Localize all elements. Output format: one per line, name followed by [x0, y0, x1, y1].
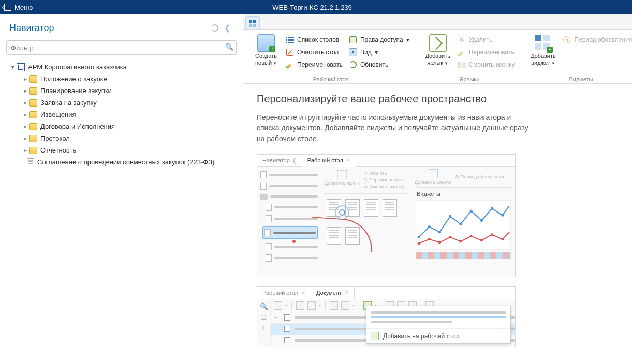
filter-input-wrap: 🔍	[6, 40, 237, 55]
dropdown-caret-icon: ▼	[551, 61, 555, 66]
tree-item-label: Извещения	[40, 111, 76, 118]
tree-item[interactable]: Договора и Исполнения	[2, 120, 241, 132]
dropdown-caret-icon: ▾	[375, 49, 378, 56]
context-menu: Добавить на рабочий стол	[366, 306, 511, 344]
app-node-icon	[17, 63, 25, 71]
svg-point-6	[480, 219, 483, 222]
folder-icon	[29, 99, 37, 107]
tree-item[interactable]: Положение о закупке	[2, 73, 241, 85]
caret-right-icon[interactable]	[22, 88, 29, 94]
context-add-to-desktop[interactable]: Добавить на рабочий стол	[366, 329, 510, 343]
refresh-period-button: Период обновления	[561, 34, 632, 46]
rename-desktop-button[interactable]: Переименовать	[284, 59, 345, 70]
svg-point-15	[480, 239, 483, 241]
menu-icon	[4, 4, 11, 11]
tree-item[interactable]: Заявка на закупку	[2, 97, 241, 109]
tree-item[interactable]: Протокол	[2, 132, 241, 144]
rename-shortcut-button: Переименовать	[455, 47, 517, 58]
desktop-list-button[interactable]: Список столов	[284, 34, 345, 46]
clear-desktop-button[interactable]: Очистить стол	[284, 47, 345, 58]
search-icon: 🔍	[260, 302, 268, 310]
svg-point-9	[418, 242, 420, 245]
svg-point-12	[449, 236, 451, 238]
clock-icon	[563, 36, 571, 44]
title-bar: Меню WEB-Торги-КС 21.2.1.239	[0, 0, 632, 14]
chevron-left-icon: ❮	[224, 23, 231, 33]
swap-icon	[458, 60, 466, 69]
add-to-desktop-icon	[371, 332, 379, 340]
navigator-title: Навигатор	[9, 23, 209, 34]
delete-shortcut-button: Удалить	[455, 34, 517, 46]
tree-leaf-label: Соглашение о проведении совместных закуп…	[37, 158, 214, 166]
svg-point-13	[459, 240, 462, 242]
create-icon	[257, 34, 275, 52]
caret-right-icon[interactable]	[22, 135, 29, 141]
svg-point-7	[491, 207, 493, 210]
tree-root[interactable]: АРМ Корпоративного заказчика	[2, 61, 241, 73]
dropdown-caret-icon: ▼	[444, 61, 448, 66]
svg-point-4	[459, 223, 462, 225]
content-area: Создать новый▼ Список столов Очистить ст…	[243, 14, 632, 364]
dropdown-caret-icon: ▾	[406, 36, 409, 43]
desktop-tab[interactable]	[245, 16, 260, 29]
tree-item-label: Отчетность	[40, 146, 76, 154]
caret-right-icon[interactable]	[22, 76, 29, 82]
illustration-navigator-to-desktop: Навигатор❮ Рабочий стол✕	[257, 154, 516, 277]
view-button[interactable]: Вид▾	[347, 47, 411, 58]
illus-widgets: Добавить виджет ⟳ Период обновления Видж…	[411, 167, 515, 277]
content-tabstrip	[243, 14, 632, 30]
illus-gutter: 🔍 ☰ Σ	[257, 299, 271, 347]
add-shortcut-button[interactable]: Добавить ярлык▼	[422, 33, 453, 68]
ribbon-group-title: Рабочий стол	[313, 74, 349, 82]
access-rights-button[interactable]: Права доступа▾	[347, 34, 411, 46]
caret-right-icon[interactable]	[22, 112, 29, 117]
caret-right-icon[interactable]	[22, 100, 29, 105]
svg-point-5	[470, 210, 473, 213]
caret-right-icon[interactable]	[22, 124, 29, 129]
view-icon	[349, 48, 357, 56]
ribbon-group-title: Виджеты	[569, 74, 593, 82]
ribbon: Создать новый▼ Список столов Очистить ст…	[243, 30, 632, 84]
desktop-grid-icon	[249, 20, 256, 27]
svg-point-3	[449, 215, 451, 218]
tree-item[interactable]: Планирование закупки	[2, 85, 241, 97]
svg-point-14	[470, 235, 473, 237]
ribbon-group-shortcuts: Добавить ярлык▼ Удалить Переименовать См…	[417, 33, 523, 83]
delete-icon	[458, 36, 466, 44]
tree-item[interactable]: Отчетность	[2, 144, 241, 156]
workspace-description: Переносите и группируйте часто используе…	[257, 112, 531, 144]
folder-icon	[29, 135, 37, 142]
tree-item-label: Положение о закупке	[40, 75, 107, 83]
drop-target-icon	[335, 205, 349, 220]
svg-point-8	[501, 214, 504, 217]
collapse-button[interactable]: ❮	[221, 22, 233, 34]
list-icon	[286, 36, 294, 44]
tree-item-label: Протокол	[40, 134, 70, 142]
illus-tab-document: Документ✕	[311, 287, 355, 299]
tree-item-label: Заявка на закупку	[40, 99, 97, 107]
search-icon[interactable]: 🔍	[225, 43, 233, 51]
navigator-panel: Навигатор ❮ 🔍 АРМ Корпоративного заказчи…	[0, 14, 243, 364]
refresh-button[interactable]	[209, 22, 221, 34]
tree-item-label: Договора и Исполнения	[40, 123, 115, 130]
ribbon-group-desktop: Создать новый▼ Список столов Очистить ст…	[245, 33, 417, 83]
add-widget-button[interactable]: Добавить виджет▼	[527, 33, 558, 68]
create-desktop-button[interactable]: Создать новый▼	[251, 33, 282, 68]
change-icon-button: Сменить иконку	[455, 59, 517, 70]
filter-input[interactable]	[6, 40, 237, 55]
folder-icon	[29, 111, 37, 118]
shortcut-icon	[429, 34, 447, 52]
ribbon-group-widgets: Добавить виджет▼ Период обновления Видже…	[522, 33, 632, 83]
close-icon: ✕	[346, 157, 350, 163]
tree-leaf[interactable]: Соглашение о проведении совместных закуп…	[2, 156, 241, 168]
illus-tab-nav: Навигатор❮	[257, 155, 302, 166]
caret-right-icon[interactable]	[22, 147, 29, 153]
svg-point-11	[438, 241, 441, 244]
folder-icon	[29, 147, 37, 154]
caret-down-icon[interactable]	[9, 64, 17, 70]
svg-point-1	[428, 225, 431, 228]
dropdown-caret-icon: ▼	[273, 61, 277, 66]
refresh-desktop-button[interactable]: Обновить	[347, 59, 411, 70]
tree-item[interactable]: Извещения	[2, 109, 241, 120]
illustration-document-context: Рабочий стол✕ Документ✕ 🔍 ☰ Σ ▾	[257, 286, 516, 347]
